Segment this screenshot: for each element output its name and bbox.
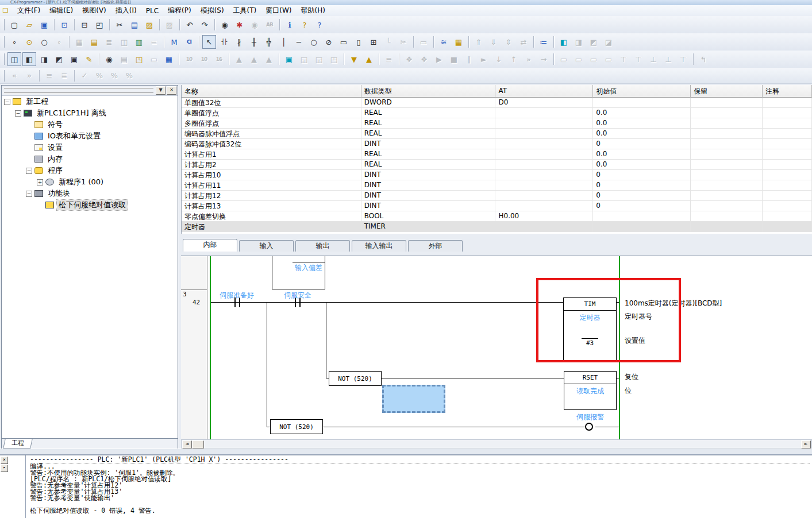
table-cell[interactable] <box>691 129 763 139</box>
table-cell[interactable]: DINT <box>361 180 496 191</box>
table-cell[interactable]: 0 <box>593 180 691 191</box>
instruction-box-button[interactable]: ▯ <box>352 35 365 49</box>
table-row[interactable]: 计算占用1REAL0.0 <box>182 149 812 160</box>
table-cell[interactable] <box>763 118 812 129</box>
not1-instruction[interactable]: NOT (520) <box>329 371 382 386</box>
table-row[interactable]: 多圈值浮点REAL0.0 <box>182 118 812 129</box>
tree-toggle-icon[interactable]: − <box>26 168 32 174</box>
table-cell[interactable]: REAL <box>361 108 496 118</box>
table-cell[interactable]: 0.0 <box>593 149 691 160</box>
column-header-4[interactable]: 保留 <box>691 85 763 98</box>
find-button[interactable]: ◉ <box>218 18 232 32</box>
cursor-cell[interactable] <box>382 385 445 413</box>
table-cell[interactable]: 0.0 <box>593 118 691 129</box>
scroll-thumb[interactable] <box>192 440 204 449</box>
table-cell[interactable] <box>495 118 593 129</box>
table-row[interactable]: 单圈值浮点REAL0.0 <box>182 108 812 118</box>
table-cell[interactable]: DWORD <box>361 98 496 108</box>
table-cell[interactable] <box>691 118 763 129</box>
toolbar-grip[interactable] <box>2 70 5 82</box>
rack-button[interactable]: ▥ <box>132 35 146 49</box>
section-tab-1[interactable]: 输入 <box>239 240 294 252</box>
not2-instruction[interactable]: NOT (520) <box>270 419 323 434</box>
tree-toggle-icon[interactable]: − <box>15 110 21 117</box>
paste-button[interactable]: ▨ <box>143 18 156 32</box>
tree-item-7[interactable]: +新程序1 (00) <box>2 176 178 188</box>
column-header-1[interactable]: 数据类型 <box>361 85 496 98</box>
help-button[interactable]: ? <box>298 18 311 32</box>
table-cell[interactable]: TIMER <box>361 222 496 232</box>
table-cell[interactable] <box>691 139 763 149</box>
work-online-button[interactable]: ▣ <box>282 52 296 66</box>
table-cell[interactable] <box>763 108 812 118</box>
table-row[interactable]: 计算占用13DINT0 <box>182 201 812 211</box>
data-display-button[interactable]: ▦ <box>162 52 176 66</box>
horizontal-splitter[interactable] <box>0 449 812 455</box>
coil-icon[interactable] <box>585 423 593 431</box>
table-cell[interactable] <box>691 201 763 211</box>
table-cell[interactable] <box>691 149 763 160</box>
coil-nc-button[interactable]: ⊘ <box>322 35 336 49</box>
table-cell[interactable] <box>593 222 691 232</box>
menu-item-4[interactable]: PLC <box>141 6 163 16</box>
table-cell[interactable]: REAL <box>361 149 496 160</box>
panel-grip[interactable] <box>4 88 153 94</box>
table-cell[interactable] <box>593 98 691 108</box>
zoom-in-button[interactable]: ∘ <box>7 35 21 49</box>
scroll-left-icon[interactable]: ◄ <box>182 440 192 449</box>
new-file-button[interactable]: ▢ <box>7 18 21 32</box>
tree-item-4[interactable]: 设置 <box>2 142 178 153</box>
table-cell[interactable] <box>495 201 593 211</box>
copy-button[interactable]: ▤ <box>128 18 141 32</box>
ladder-hscroll[interactable]: ◄ ► <box>181 439 812 449</box>
table-cell[interactable]: 计算占用10 <box>182 170 361 180</box>
zoom-custom-button[interactable]: ⊙ <box>22 35 36 49</box>
tree-toggle-icon[interactable]: − <box>4 99 10 105</box>
tree-toggle-icon[interactable]: − <box>26 191 32 197</box>
ladder-window-button[interactable]: ◧ <box>22 52 36 66</box>
undo-button[interactable]: ↶ <box>183 18 197 32</box>
table-cell[interactable] <box>763 180 812 191</box>
table-cell[interactable]: H0.00 <box>495 211 593 222</box>
table-cell[interactable] <box>691 108 763 118</box>
table-cell[interactable] <box>691 222 763 232</box>
tree-item-1[interactable]: −新PLC1[CP1H] 离线 <box>2 107 178 119</box>
menu-item-9[interactable]: 帮助(H) <box>297 5 330 17</box>
table-row[interactable]: 定时器TIMER <box>182 222 812 232</box>
table-cell[interactable] <box>763 201 812 211</box>
table-row[interactable]: 计算占用2REAL0.0 <box>182 160 812 170</box>
cut-button[interactable]: ✂ <box>113 18 126 32</box>
column-header-0[interactable]: 名称 <box>182 85 361 98</box>
table-cell[interactable] <box>763 222 812 232</box>
column-header-3[interactable]: 初始值 <box>593 85 691 98</box>
fb-library-button[interactable]: ≋ <box>437 35 451 49</box>
compile-button[interactable]: ⊡ <box>57 18 71 32</box>
table-cell[interactable]: 单圈值32位 <box>182 98 361 108</box>
table-cell[interactable]: 计算占用2 <box>182 160 361 170</box>
menu-item-0[interactable]: 文件(F) <box>13 5 45 17</box>
table-cell[interactable] <box>691 191 763 201</box>
vertical-line-button[interactable]: │ <box>277 35 291 49</box>
address-list-button[interactable]: ≔ <box>537 35 551 49</box>
table-row[interactable]: 零点偏差切换BOOLH0.00 <box>182 211 812 222</box>
table-cell[interactable] <box>691 170 763 180</box>
table-cell[interactable]: 0 <box>593 201 691 211</box>
open-file-button[interactable]: ▱ <box>22 18 36 32</box>
table-cell[interactable] <box>495 160 593 170</box>
tree-item-3[interactable]: IO表和单元设置 <box>2 130 178 142</box>
cross-reference-button[interactable]: ◩ <box>52 52 66 66</box>
print-button[interactable]: ⊟ <box>78 18 91 32</box>
table-cell[interactable]: DINT <box>361 191 496 201</box>
table-cell[interactable] <box>495 170 593 180</box>
table-row[interactable]: 编码器脉冲值浮点REAL0.0 <box>182 129 812 139</box>
table-cell[interactable]: BOOL <box>361 211 496 222</box>
mnemonic-view-button[interactable]: M <box>167 35 181 49</box>
context-help-button[interactable]: ? <box>313 18 326 32</box>
upload-button[interactable]: ▲ <box>362 52 376 66</box>
function-block-invoke-button[interactable]: ⊞ <box>367 35 380 49</box>
table-row[interactable]: 单圈值32位DWORDD0 <box>182 98 812 108</box>
table-cell[interactable]: 计算占用12 <box>182 191 361 201</box>
table-cell[interactable]: 零点偏差切换 <box>182 211 361 222</box>
table-cell[interactable]: D0 <box>495 98 593 108</box>
project-workspace-button[interactable]: ◫ <box>7 52 21 66</box>
